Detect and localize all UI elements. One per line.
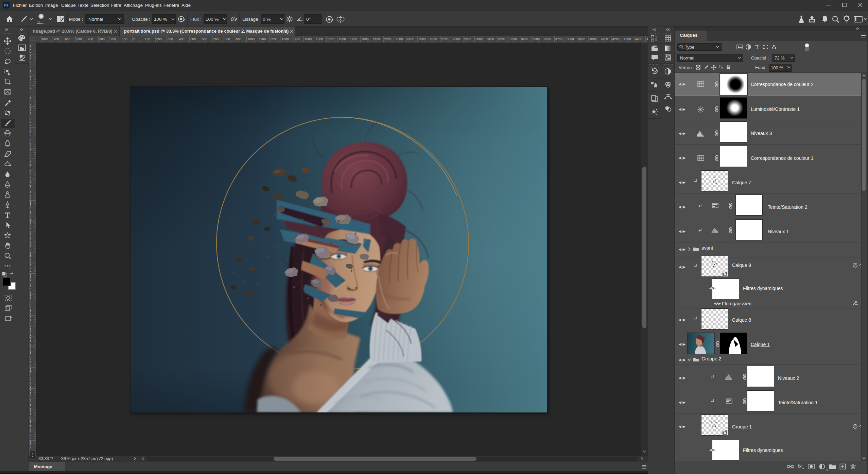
svg-text:2500: 2500 [418, 37, 426, 41]
svg-text:2800: 2800 [453, 37, 460, 41]
svg-text:3300: 3300 [510, 37, 517, 41]
svg-text:800: 800 [42, 37, 48, 41]
svg-text:0: 0 [30, 60, 31, 64]
svg-text:0: 0 [134, 37, 135, 41]
svg-text:300: 300 [99, 37, 105, 41]
svg-text:4000: 4000 [590, 37, 597, 41]
svg-text:300: 300 [168, 37, 173, 41]
svg-text:400: 400 [179, 37, 185, 41]
svg-text:3400: 3400 [521, 37, 528, 41]
svg-text:100: 100 [122, 37, 127, 41]
svg-text:500: 500 [190, 37, 196, 41]
svg-text:2200: 2200 [384, 37, 392, 41]
svg-text:0: 0 [30, 154, 31, 158]
svg-text:1800: 1800 [338, 37, 346, 41]
svg-text:0: 0 [30, 81, 31, 85]
svg-text:4200: 4200 [612, 37, 620, 41]
svg-text:700: 700 [54, 37, 59, 41]
svg-text:2300: 2300 [396, 37, 403, 41]
svg-text:2700: 2700 [441, 37, 448, 41]
svg-text:1200: 1200 [270, 37, 277, 41]
svg-text:3100: 3100 [487, 37, 494, 41]
svg-text:0: 0 [30, 133, 31, 137]
svg-text:0: 0 [30, 165, 31, 168]
svg-text:2600: 2600 [430, 37, 437, 41]
svg-text:700: 700 [213, 37, 219, 41]
svg-text:3000: 3000 [475, 37, 483, 41]
svg-text:0: 0 [30, 71, 31, 74]
svg-text:2000: 2000 [362, 37, 369, 41]
svg-text:1400: 1400 [293, 37, 300, 41]
svg-text:900: 900 [236, 37, 242, 41]
svg-text:600: 600 [65, 37, 70, 41]
svg-text:200: 200 [110, 37, 116, 41]
svg-text:1600: 1600 [316, 37, 323, 41]
svg-text:1300: 1300 [282, 37, 289, 41]
svg-text:0: 0 [30, 186, 31, 189]
svg-text:0: 0 [30, 144, 31, 147]
svg-text:0: 0 [30, 175, 31, 179]
svg-text:0: 0 [30, 86, 31, 89]
svg-text:4300: 4300 [624, 37, 631, 41]
svg-text:4400: 4400 [635, 37, 642, 41]
svg-text:0: 0 [30, 123, 31, 126]
svg-text:3500: 3500 [533, 37, 540, 41]
svg-text:3900: 3900 [578, 37, 585, 41]
svg-text:0: 0 [30, 50, 31, 53]
svg-text:1700: 1700 [327, 37, 334, 41]
svg-text:800: 800 [225, 37, 230, 41]
svg-text:3600: 3600 [544, 37, 551, 41]
svg-text:100: 100 [145, 37, 150, 41]
svg-text:3700: 3700 [555, 37, 562, 41]
svg-text:600: 600 [202, 37, 207, 41]
svg-text:0: 0 [30, 102, 31, 105]
svg-text:400: 400 [88, 37, 93, 41]
svg-text:1500: 1500 [305, 37, 312, 41]
svg-text:1000: 1000 [247, 37, 255, 41]
svg-text:2900: 2900 [464, 37, 471, 41]
svg-text:1900: 1900 [350, 37, 357, 41]
svg-text:3200: 3200 [498, 37, 505, 41]
svg-text:500: 500 [76, 37, 82, 41]
svg-text:3800: 3800 [567, 37, 574, 41]
svg-text:1100: 1100 [259, 37, 266, 41]
svg-text:2400: 2400 [407, 37, 414, 41]
svg-text:2100: 2100 [373, 37, 380, 41]
svg-text:4100: 4100 [601, 37, 608, 41]
svg-text:0: 0 [30, 113, 31, 116]
svg-text:200: 200 [156, 37, 162, 41]
